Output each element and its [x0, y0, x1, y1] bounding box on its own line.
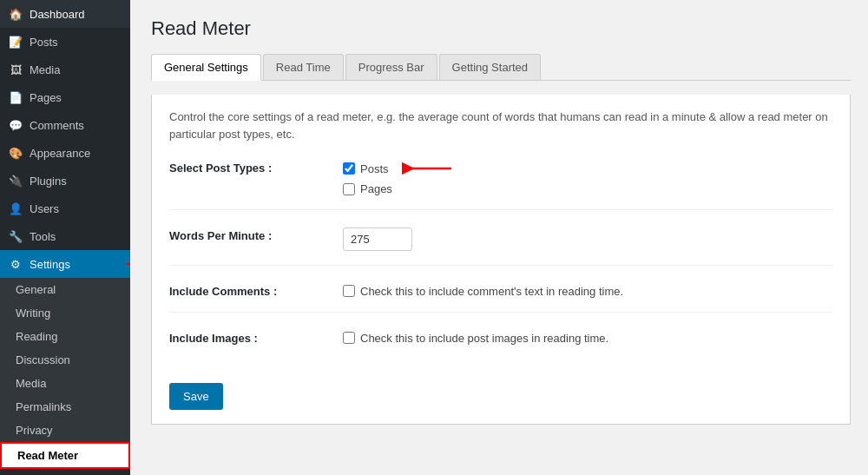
sidebar-sub-privacy[interactable]: Privacy	[0, 419, 130, 442]
sidebar-sub-read-meter[interactable]: Read Meter	[0, 442, 130, 469]
pages-checkbox[interactable]	[343, 183, 355, 195]
sidebar-sub-media[interactable]: Media	[0, 372, 130, 395]
posts-checkbox-row: Posts	[343, 160, 832, 177]
sidebar-sub-general[interactable]: General	[0, 278, 130, 301]
tab-progress-bar[interactable]: Progress Bar	[345, 54, 437, 80]
users-icon: 👤	[9, 201, 23, 215]
words-per-minute-row: Words Per Minute :	[169, 228, 832, 266]
description-text: Control the core settings of a read mete…	[169, 109, 832, 142]
include-images-checkbox[interactable]	[343, 332, 355, 344]
sidebar-item-label: Appearance	[30, 147, 90, 160]
posts-label[interactable]: Posts	[360, 162, 389, 175]
include-comments-checkbox-row: Check this to include comment's text in …	[343, 283, 832, 298]
include-comments-label: Include Comments :	[169, 283, 343, 298]
sidebar-sub-permalinks[interactable]: Permalinks	[0, 395, 130, 419]
posts-checkbox[interactable]	[343, 162, 355, 175]
sidebar-item-label: Dashboard	[30, 8, 85, 21]
settings-arrow	[125, 255, 130, 273]
sidebar-item-label: Media	[30, 63, 60, 76]
sidebar-item-settings[interactable]: ⚙ Settings	[0, 250, 130, 278]
sidebar-item-comments[interactable]: 💬 Comments	[0, 111, 130, 139]
dashboard-icon: 🏠	[9, 7, 23, 21]
comments-icon: 💬	[9, 118, 23, 132]
words-per-minute-label: Words Per Minute :	[169, 228, 343, 242]
include-images-description[interactable]: Check this to include post images in rea…	[360, 330, 608, 345]
plugins-icon: 🔌	[9, 174, 23, 188]
include-comments-checkbox[interactable]	[343, 285, 355, 297]
sidebar-item-label: Posts	[30, 36, 58, 49]
sidebar: 🏠 Dashboard 📝 Posts 🖼 Media 📄 Pages 💬 Co…	[0, 0, 130, 475]
appearance-icon: 🎨	[9, 146, 23, 160]
sidebar-item-label: Tools	[30, 230, 56, 243]
sidebar-item-dashboard[interactable]: 🏠 Dashboard	[0, 0, 130, 28]
tools-icon: 🔧	[9, 229, 23, 243]
sidebar-item-media[interactable]: 🖼 Media	[0, 56, 130, 83]
settings-submenu: General Writing Reading Discussion Media…	[0, 278, 130, 469]
tab-getting-started[interactable]: Getting Started	[439, 54, 541, 80]
sidebar-item-label: Pages	[30, 91, 62, 104]
sidebar-item-appearance[interactable]: 🎨 Appearance	[0, 139, 130, 167]
sidebar-sub-discussion[interactable]: Discussion	[0, 348, 130, 372]
include-comments-description[interactable]: Check this to include comment's text in …	[360, 283, 623, 298]
select-post-types-label: Select Post Types :	[169, 160, 343, 175]
words-per-minute-content	[343, 228, 832, 251]
tabs: General Settings Read Time Progress Bar …	[151, 54, 851, 81]
save-button[interactable]: Save	[169, 383, 223, 410]
tab-read-time[interactable]: Read Time	[263, 54, 344, 80]
sidebar-item-pages[interactable]: 📄 Pages	[0, 83, 130, 111]
sidebar-item-label: Plugins	[30, 175, 67, 188]
pages-label[interactable]: Pages	[360, 182, 392, 195]
page-title: Read Meter	[151, 17, 851, 40]
sidebar-item-label: Settings	[30, 258, 70, 271]
sidebar-item-label: Comments	[30, 119, 84, 132]
sidebar-item-tools[interactable]: 🔧 Tools	[0, 222, 130, 250]
pages-icon: 📄	[9, 90, 23, 104]
sidebar-item-posts[interactable]: 📝 Posts	[0, 28, 130, 56]
sidebar-sub-reading[interactable]: Reading	[0, 325, 130, 348]
sidebar-item-plugins[interactable]: 🔌 Plugins	[0, 167, 130, 195]
include-comments-row: Include Comments : Check this to include…	[169, 283, 832, 313]
tab-general-settings[interactable]: General Settings	[151, 54, 261, 81]
posts-icon: 📝	[9, 35, 23, 49]
main-content: Read Meter General Settings Read Time Pr…	[130, 0, 868, 475]
select-post-types-row: Select Post Types : Posts	[169, 160, 832, 210]
pages-checkbox-row: Pages	[343, 182, 832, 195]
words-per-minute-input[interactable]	[343, 228, 412, 251]
include-images-checkbox-row: Check this to include post images in rea…	[343, 330, 832, 345]
settings-icon: ⚙	[9, 257, 23, 271]
sidebar-item-label: Users	[30, 202, 59, 215]
select-post-types-content: Posts Pages	[343, 160, 832, 195]
sidebar-sub-writing[interactable]: Writing	[0, 301, 130, 325]
content-area: Control the core settings of a read mete…	[151, 95, 851, 425]
include-comments-content: Check this to include comment's text in …	[343, 283, 832, 298]
media-icon: 🖼	[9, 63, 23, 76]
sidebar-item-users[interactable]: 👤 Users	[0, 195, 130, 222]
include-images-label: Include Images :	[169, 330, 343, 345]
include-images-row: Include Images : Check this to include p…	[169, 330, 832, 359]
include-images-content: Check this to include post images in rea…	[343, 330, 832, 345]
posts-arrow	[401, 160, 453, 177]
